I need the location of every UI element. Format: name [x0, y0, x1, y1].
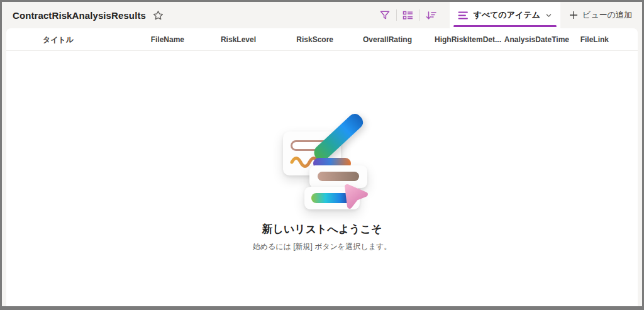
illustration-tan-pill	[318, 172, 359, 181]
list-app-window: ContractRiskAnalysisResults	[0, 0, 644, 310]
toolbar-divider	[396, 9, 397, 21]
star-outline-icon	[153, 10, 164, 21]
column-header-title[interactable]: タイトル	[43, 34, 74, 45]
illustration-cursor-arrow-icon	[339, 181, 372, 214]
sort-descending-icon	[425, 9, 437, 21]
column-header-overallrating[interactable]: OverallRating	[363, 35, 412, 44]
add-view-button[interactable]: ビューの追加	[560, 2, 642, 28]
column-header-filename[interactable]: FileName	[151, 35, 184, 44]
column-header-row: タイトル FileName RiskLevel RiskScore Overal…	[6, 28, 638, 51]
column-header-risklevel[interactable]: RiskLevel	[221, 35, 256, 44]
sort-button[interactable]	[421, 6, 442, 25]
view-selector-label: すべてのアイテム	[474, 9, 540, 21]
favorite-star-icon[interactable]	[152, 9, 165, 22]
column-header-analysisdatetime[interactable]: AnalysisDateTime	[504, 35, 569, 44]
list-content-card: タイトル FileName RiskLevel RiskScore Overal…	[6, 28, 638, 306]
title-area: ContractRiskAnalysisResults	[13, 9, 165, 22]
add-view-label: ビューの追加	[582, 9, 632, 21]
column-header-highriskitemdetails[interactable]: HighRiskItemDet...	[435, 35, 501, 44]
column-header-filelink[interactable]: FileLink	[580, 35, 609, 44]
page-title: ContractRiskAnalysisResults	[13, 10, 146, 21]
toolbar-divider	[419, 9, 420, 21]
welcome-subtext: 始めるには [新規] ボタンを選択します。	[253, 241, 391, 252]
group-by-button[interactable]	[397, 6, 419, 25]
plus-icon	[569, 11, 578, 19]
column-header-riskscore[interactable]: RiskScore	[296, 35, 333, 44]
view-selector-tab[interactable]: すべてのアイテム	[450, 2, 560, 28]
empty-state: 新しいリストへようこそ 始めるには [新規] ボタンを選択します。	[6, 113, 638, 252]
chevron-down-icon	[545, 12, 552, 19]
command-bar: ContractRiskAnalysisResults	[2, 2, 642, 28]
new-list-illustration	[272, 113, 372, 213]
filter-funnel-icon	[379, 9, 391, 21]
welcome-heading: 新しいリストへようこそ	[262, 222, 382, 236]
group-by-list-icon	[402, 9, 414, 21]
list-view-icon	[458, 11, 469, 20]
command-bar-right: すべてのアイテム ビューの追加	[374, 2, 642, 28]
filter-button[interactable]	[374, 6, 396, 25]
